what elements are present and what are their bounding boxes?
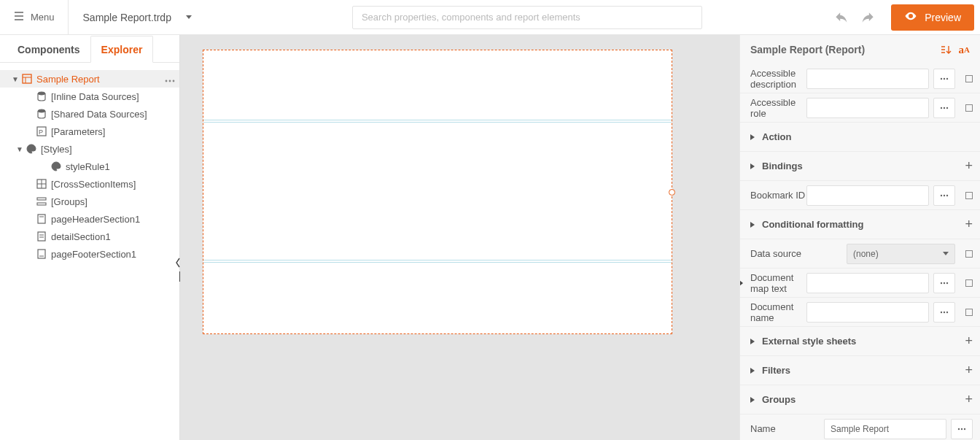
section-icon [35, 249, 48, 259]
prop-bindings[interactable]: Bindings + [740, 152, 980, 181]
prop-label: Bookmark ID [750, 190, 806, 201]
prop-label: Conditional formatting [762, 219, 863, 230]
reset-square[interactable] [965, 75, 973, 82]
undo-button[interactable] [830, 7, 852, 28]
add-button[interactable]: + [965, 392, 973, 407]
prop-conditional-formatting[interactable]: Conditional formatting + [740, 210, 980, 239]
ellipsis-button[interactable] [933, 185, 955, 206]
properties-title: Sample Report (Report) [750, 44, 865, 55]
svg-rect-14 [37, 203, 46, 205]
reset-square[interactable] [965, 192, 973, 199]
ellipsis-button[interactable] [933, 273, 955, 293]
expand-caret[interactable] [750, 163, 755, 169]
prop-input[interactable] [806, 185, 929, 206]
prop-label: Data source [750, 248, 847, 259]
search-input[interactable] [352, 6, 702, 29]
svg-point-33 [946, 282, 948, 283]
prop-filters[interactable]: Filters + [740, 356, 980, 385]
tree-label: [Groups] [51, 196, 175, 207]
svg-point-23 [944, 77, 945, 79]
parameters-icon: P [35, 126, 48, 136]
tree-styles[interactable]: ▼ [Styles] [0, 140, 179, 158]
tree-inline-data-sources[interactable]: [Inline Data Sources] [0, 88, 179, 105]
tree-page-header[interactable]: pageHeaderSection1 [0, 210, 179, 228]
add-button[interactable]: + [965, 333, 973, 349]
resize-handle[interactable] [669, 189, 675, 196]
section-divider [203, 122, 672, 123]
prop-accessible-description: Accessible description [740, 64, 980, 93]
svg-point-37 [958, 428, 960, 429]
prop-label: Filters [762, 365, 858, 376]
prop-label: Bindings [762, 161, 858, 171]
menu-button[interactable]: Menu [6, 0, 69, 35]
prop-input[interactable] [806, 69, 929, 89]
filename-dropdown-caret[interactable] [186, 15, 192, 19]
ellipsis-button[interactable] [933, 69, 955, 89]
prop-groups[interactable]: Groups + [740, 385, 980, 414]
ellipsis-button[interactable] [951, 419, 973, 439]
tree-label: [Inline Data Sources] [51, 91, 175, 102]
data-source-dropdown[interactable]: (none) [847, 244, 955, 264]
prop-action[interactable]: Action [740, 123, 980, 152]
prop-label: Groups [762, 394, 858, 405]
expand-caret[interactable] [750, 339, 755, 344]
prop-external-style-sheets[interactable]: External style sheets + [740, 327, 980, 356]
svg-rect-13 [37, 198, 46, 200]
add-button[interactable]: + [965, 363, 973, 378]
alpha-sort-icon[interactable]: aA [959, 44, 970, 56]
tree-parameters[interactable]: P [Parameters] [0, 123, 179, 140]
prop-label: Action [762, 131, 858, 142]
prop-document-name: Document name [740, 298, 980, 327]
reset-square[interactable] [965, 309, 973, 316]
svg-point-4 [169, 80, 171, 82]
database-icon [35, 109, 48, 119]
svg-point-30 [946, 194, 948, 196]
add-button[interactable]: + [965, 217, 973, 232]
tree-root[interactable]: ▼ Sample Report [0, 70, 179, 88]
redo-button[interactable] [858, 7, 879, 28]
prop-input[interactable] [806, 302, 929, 323]
expand-caret[interactable] [750, 397, 755, 403]
report-page[interactable] [203, 50, 672, 334]
tab-components[interactable]: Components [7, 36, 90, 62]
row-marker-icon [740, 280, 743, 286]
reset-square[interactable] [965, 250, 973, 258]
topbar: Menu Sample Report.trdp Preview [0, 0, 980, 35]
body: Components Explorer ▼ Sample Report [Inl… [0, 35, 980, 440]
eye-icon [904, 9, 917, 25]
left-tabs: Components Explorer [0, 35, 179, 63]
tree-style-rule[interactable]: styleRule1 [0, 158, 179, 175]
ellipsis-button[interactable] [933, 98, 955, 118]
svg-point-7 [38, 109, 45, 112]
prop-input-name[interactable] [824, 419, 946, 439]
tree-groups[interactable]: [Groups] [0, 193, 179, 210]
tree-shared-data-sources[interactable]: [Shared Data Sources] [0, 105, 179, 123]
prop-accessible-role: Accessible role [740, 93, 980, 123]
expand-caret[interactable] [750, 368, 755, 374]
hamburger-icon [13, 10, 25, 24]
expand-icon[interactable]: ▼ [15, 145, 25, 153]
reset-square[interactable] [965, 279, 973, 287]
ellipsis-button[interactable] [933, 302, 955, 323]
prop-label: Accessible description [750, 68, 806, 90]
expand-caret[interactable] [750, 222, 755, 228]
tree-detail-section[interactable]: detailSection1 [0, 228, 179, 245]
prop-input[interactable] [806, 273, 929, 293]
reset-square[interactable] [965, 104, 973, 112]
preview-button[interactable]: Preview [891, 4, 974, 31]
svg-rect-17 [38, 232, 45, 241]
design-canvas[interactable] [180, 35, 739, 440]
tree-page-footer[interactable]: pageFooterSection1 [0, 245, 179, 263]
tab-explorer[interactable]: Explorer [90, 36, 154, 63]
add-button[interactable]: + [965, 158, 973, 174]
prop-input[interactable] [806, 98, 929, 118]
expand-caret[interactable] [750, 134, 755, 140]
tree-cross-section-items[interactable]: [CrossSectionItems] [0, 175, 179, 193]
svg-point-27 [946, 107, 948, 108]
tree-label: styleRule1 [66, 161, 175, 172]
sort-icon[interactable] [940, 45, 952, 55]
expand-icon[interactable]: ▼ [10, 75, 20, 83]
more-icon[interactable] [165, 74, 175, 85]
svg-point-36 [946, 311, 948, 312]
section-divider [203, 262, 672, 263]
